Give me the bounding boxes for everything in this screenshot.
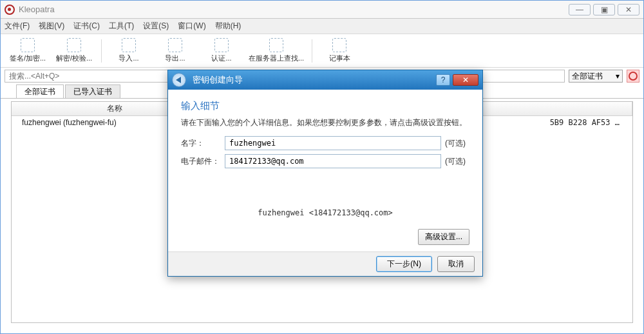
tb-lookup-label: 在服务器上查找... bbox=[249, 54, 304, 63]
tb-lookup[interactable]: 在服务器上查找... bbox=[245, 35, 308, 66]
tb-certify[interactable]: 认证... bbox=[198, 35, 245, 66]
export-icon bbox=[168, 38, 182, 52]
dialog-heading: 输入细节 bbox=[181, 100, 469, 112]
tb-notepad-label: 记事本 bbox=[329, 54, 350, 63]
name-optional: (可选) bbox=[441, 138, 469, 149]
toolbar: 签名/加密... 解密/校验... 导入... 导出... 认证... 在服务器… bbox=[1, 34, 643, 68]
cancel-button[interactable]: 取消 bbox=[437, 256, 475, 272]
menu-cert[interactable]: 证书(C) bbox=[73, 21, 100, 32]
minimize-button[interactable]: — bbox=[569, 4, 591, 15]
tab-imported-certs[interactable]: 已导入证书 bbox=[65, 84, 120, 99]
dialog-description: 请在下面输入您的个人详细信息。如果您想要控制更多参数，请点击高级设置按钮。 bbox=[181, 117, 469, 128]
sign-icon bbox=[21, 38, 35, 52]
email-label: 电子邮件： bbox=[181, 156, 225, 167]
name-row: 名字： (可选) bbox=[181, 136, 469, 150]
name-label: 名字： bbox=[181, 138, 225, 149]
tb-decrypt-verify[interactable]: 解密/校验... bbox=[51, 35, 97, 66]
dialog-close-button[interactable]: ✕ bbox=[453, 74, 478, 86]
import-icon bbox=[122, 38, 136, 52]
tb-sign-encrypt[interactable]: 签名/加密... bbox=[5, 35, 51, 66]
toolbar-sep bbox=[101, 39, 102, 63]
maximize-button[interactable]: ▣ bbox=[593, 4, 615, 15]
email-optional: (可选) bbox=[441, 156, 469, 167]
tb-notepad[interactable]: 记事本 bbox=[316, 35, 363, 66]
search-icon bbox=[269, 38, 283, 52]
menu-help[interactable]: 帮助(H) bbox=[215, 21, 242, 32]
filter-label: 全部证书 bbox=[572, 71, 603, 82]
dialog-body: 输入细节 请在下面输入您的个人详细信息。如果您想要控制更多参数，请点击高级设置按… bbox=[168, 90, 482, 251]
clear-filter-button[interactable] bbox=[627, 70, 639, 83]
tb-import[interactable]: 导入... bbox=[106, 35, 152, 66]
verify-icon bbox=[67, 38, 81, 52]
name-field[interactable] bbox=[225, 136, 441, 150]
certify-icon bbox=[214, 38, 229, 52]
dialog-footer: 下一步(N) 取消 bbox=[168, 251, 482, 276]
dialog-titlebar: 密钥创建向导 ? ✕ bbox=[168, 70, 482, 90]
advanced-settings-button[interactable]: 高级设置... bbox=[418, 229, 469, 245]
menu-view[interactable]: 视图(V) bbox=[39, 21, 64, 32]
menu-settings[interactable]: 设置(S) bbox=[143, 21, 169, 32]
notepad-icon bbox=[332, 38, 346, 52]
email-row: 电子邮件： (可选) bbox=[181, 154, 469, 168]
back-button[interactable] bbox=[172, 73, 186, 87]
tb-verify-label: 解密/校验... bbox=[56, 54, 92, 63]
key-creation-wizard-dialog: 密钥创建向导 ? ✕ 输入细节 请在下面输入您的个人详细信息。如果您想要控制更多… bbox=[167, 70, 483, 277]
window-title: Kleopatra bbox=[19, 5, 55, 14]
titlebar: Kleopatra — ▣ ✕ bbox=[1, 1, 643, 19]
toolbar-sep bbox=[312, 39, 312, 63]
menu-window[interactable]: 窗口(W) bbox=[178, 21, 205, 32]
tb-export-label: 导出... bbox=[165, 54, 185, 63]
certificate-filter-dropdown[interactable]: 全部证书▾ bbox=[569, 70, 623, 83]
tb-export[interactable]: 导出... bbox=[152, 35, 198, 66]
email-field[interactable] bbox=[225, 154, 441, 168]
tb-certify-label: 认证... bbox=[211, 54, 231, 63]
tb-sign-label: 签名/加密... bbox=[10, 54, 46, 63]
menu-tools[interactable]: 工具(T) bbox=[109, 21, 134, 32]
app-icon bbox=[5, 5, 15, 15]
dialog-title: 密钥创建向导 bbox=[193, 74, 243, 86]
close-button[interactable]: ✕ bbox=[618, 4, 639, 15]
next-button[interactable]: 下一步(N) bbox=[376, 256, 432, 272]
identity-preview: fuzhengwei <184172133@qq.com> bbox=[181, 208, 469, 217]
tb-import-label: 导入... bbox=[118, 54, 138, 63]
chevron-down-icon: ▾ bbox=[616, 72, 620, 81]
menu-file[interactable]: 文件(F) bbox=[5, 21, 30, 32]
dialog-help-button[interactable]: ? bbox=[436, 74, 450, 86]
tab-all-certs[interactable]: 全部证书 bbox=[16, 84, 64, 99]
menubar: 文件(F) 视图(V) 证书(C) 工具(T) 设置(S) 窗口(W) 帮助(H… bbox=[1, 19, 643, 34]
